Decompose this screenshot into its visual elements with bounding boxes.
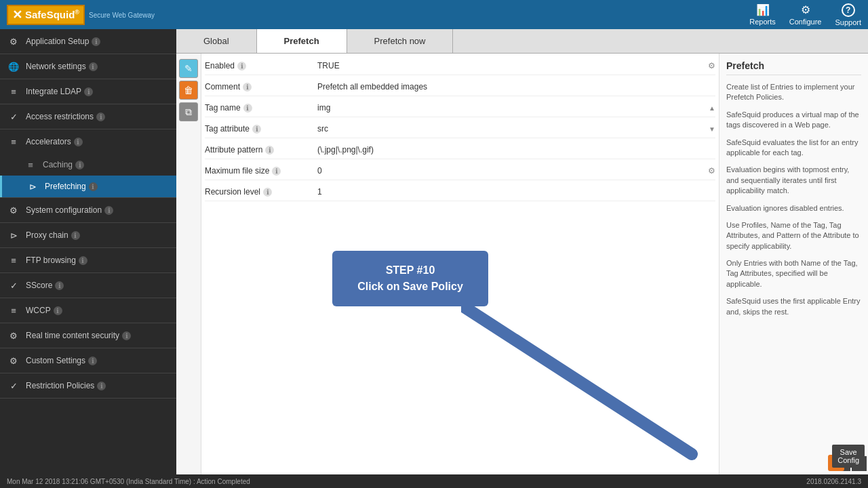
sidebar-item-real-time-content-security[interactable]: ⚙ Real time content security ℹ [0,323,176,348]
network-info-icon: ℹ [89,62,98,71]
right-panel-para-5: Evaluation ignores disabled entries. [726,203,861,214]
edit-icon: ✎ [184,63,193,74]
sidebar-section-rtcs: ⚙ Real time content security ℹ [0,323,176,348]
tab-prefetch[interactable]: Prefetch [257,29,347,53]
wccp-icon: ≡ [7,304,20,317]
field-row-attribute-pattern: Attribute pattern ℹ (\.jpg|\.png|\.gif) [205,141,715,159]
proxy-chain-icon: ⊳ [7,228,20,242]
sidebar-proxy-chain-label: Proxy chain [26,230,68,240]
sidebar-ldap-label: Integrate LDAP [26,87,81,96]
right-panel-para-4: Evaluation begins with topmost entry, an… [726,165,861,196]
nav-reports-label: Reports [749,18,776,26]
delete-button[interactable]: 🗑 [179,81,198,100]
nav-support-label: Support [835,18,861,26]
sidebar-app-setup-label: Application Setup [26,37,89,46]
attribute-pattern-value: (\.jpg|\.png|\.gif) [313,144,715,156]
comment-label: Comment ℹ [205,82,313,92]
app-setup-info-icon: ℹ [92,37,100,46]
caching-info-icon: ℹ [75,161,84,169]
recursion-level-label: Recursion level ℹ [205,187,313,197]
accelerators-info-icon: ℹ [74,138,83,146]
sidebar-system-config-label: System configuration [26,205,102,215]
sidebar-item-accelerators[interactable]: ≡ Accelerators ℹ [0,129,176,154]
comment-info: ℹ [243,83,252,92]
sidebar-item-ftp-browsing[interactable]: ≡ FTP browsing ℹ [0,248,176,272]
field-row-tag-name: Tag name ℹ img ▲ [205,99,715,117]
sidebar-section-system-config: ⚙ System configuration ℹ [0,198,176,223]
enabled-label: Enabled ℹ [205,61,313,70]
right-panel: Prefetch Create list of Entries to imple… [719,54,868,474]
sidebar-item-sscore[interactable]: ✓ SScore ℹ [0,273,176,298]
copy-button[interactable]: ⧉ [179,102,198,121]
sidebar-item-integrate-ldap[interactable]: ≡ Integrate LDAP ℹ [0,79,176,104]
rtcs-icon: ⚙ [7,329,20,342]
sidebar-section-wccp: ≡ WCCP ℹ [0,298,176,323]
right-panel-para-6: Use Profiles, Name of the Tag, Tag Attri… [726,220,861,251]
max-file-size-settings-icon[interactable]: ⚙ [708,166,715,176]
ftp-icon: ≡ [7,253,20,267]
sidebar-item-access-restrictions[interactable]: ✓ Access restrictions ℹ [0,104,176,129]
status-bar: Mon Mar 12 2018 13:21:06 GMT+0530 (India… [0,474,868,488]
wccp-info-icon: ℹ [54,306,62,315]
callout-step: STEP #10 [353,264,468,277]
save-config-line1: Save [837,448,859,456]
nav-configure[interactable]: ⚙ Configure [789,3,822,26]
nav-support[interactable]: ? Support [835,3,861,26]
logo-area: ✕ SafeSquid® Secure Web Gateway [7,5,155,25]
tag-name-scroll-up[interactable]: ▲ [709,104,715,112]
tab-prefetch-now[interactable]: Prefetch now [347,29,454,53]
prefetching-info-icon: ℹ [89,182,98,191]
sidebar-prefetching-label: Prefetching [45,182,86,191]
ftp-info-icon: ℹ [79,256,87,265]
logo-text: SafeSquid® [25,9,79,20]
status-text: Mon Mar 12 2018 13:21:06 GMT+0530 (India… [7,478,250,485]
tag-attribute-scroll-down[interactable]: ▼ [709,125,715,133]
tag-name-label: Tag name ℹ [205,103,313,113]
logo-icon: ✕ [12,7,22,22]
sidebar-section-sscore: ✓ SScore ℹ [0,273,176,298]
version-text: 2018.0206.2141.3 [806,478,861,485]
sidebar-item-system-configuration[interactable]: ⚙ System configuration ℹ [0,198,176,222]
sidebar: ⚙ Application Setup ℹ 🌐 Network settings… [0,29,176,474]
sidebar-item-prefetching[interactable]: ⊳ Prefetching ℹ [0,176,176,197]
enabled-settings-icon[interactable]: ⚙ [708,61,715,70]
max-file-size-label: Maximum file size ℹ [205,166,313,176]
accelerators-icon: ≡ [7,135,20,148]
nav-reports[interactable]: 📊 Reports [749,3,776,26]
sidebar-access-label: Access restrictions [26,112,94,121]
restriction-policies-info-icon: ℹ [97,382,106,390]
save-config-button[interactable]: Save Config [832,445,865,468]
right-panel-para-7: Only Entries with both Name of the Tag, … [726,258,861,289]
sidebar-item-wccp[interactable]: ≡ WCCP ℹ [0,298,176,323]
sidebar-item-custom-settings[interactable]: ⚙ Custom Settings ℹ [0,348,176,373]
field-row-tag-attribute: Tag attribute ℹ src ▼ [205,120,715,138]
right-panel-para-1: Create list of Entries to implement your… [726,82,861,103]
sidebar-item-proxy-chain[interactable]: ⊳ Proxy chain ℹ [0,223,176,247]
configure-icon: ⚙ [801,3,810,16]
callout-tooltip: STEP #10 Click on Save Policy [332,251,488,306]
prefetching-icon: ⊳ [26,180,39,193]
max-file-size-value: 0 [313,165,708,177]
field-row-enabled: Enabled ℹ TRUE ⚙ [205,57,715,75]
sscore-info-icon: ℹ [55,281,64,290]
max-file-size-info: ℹ [272,167,281,176]
tab-global[interactable]: Global [176,29,257,53]
sidebar-item-restriction-policies[interactable]: ✓ Restriction Policies ℹ [0,373,176,398]
recursion-level-value: 1 [313,186,715,198]
sidebar-item-network-settings[interactable]: 🌐 Network settings ℹ [0,54,176,79]
attribute-pattern-label: Attribute pattern ℹ [205,145,313,155]
content-area: ✎ 🗑 ⧉ Enabled ℹ TRUE ⚙ C [176,54,868,474]
sidebar-item-caching[interactable]: ≡ Caching ℹ [0,154,176,176]
copy-icon: ⧉ [185,106,192,118]
sidebar-section-custom-settings: ⚙ Custom Settings ℹ [0,348,176,373]
field-row-recursion-level: Recursion level ℹ 1 [205,183,715,201]
restriction-policies-icon: ✓ [7,379,20,392]
sidebar-restriction-policies-label: Restriction Policies [26,381,94,390]
sidebar-section-network: 🌐 Network settings ℹ [0,54,176,79]
sidebar-item-application-setup[interactable]: ⚙ Application Setup ℹ [0,29,176,54]
edit-button[interactable]: ✎ [179,59,198,78]
logo-subtitle: Secure Web Gateway [89,12,155,19]
main-content: Global Prefetch Prefetch now ✎ 🗑 ⧉ [176,29,868,474]
sidebar-section-access: ✓ Access restrictions ℹ [0,104,176,129]
reports-icon: 📊 [756,3,770,16]
